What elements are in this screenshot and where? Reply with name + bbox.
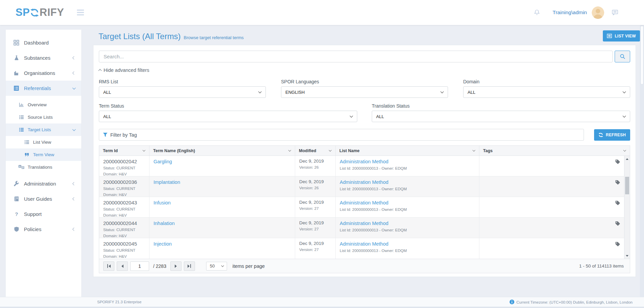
timezone-label: Current Timezone: (UTC+00:00) Dublin, Ed… <box>516 300 633 304</box>
spor-languages-select[interactable]: ENGLISH <box>281 86 448 98</box>
tags-cell <box>479 238 624 259</box>
term-status-select[interactable]: ALL <box>99 111 357 122</box>
app-logo[interactable]: SP RIFY <box>16 6 64 19</box>
column-menu-icon[interactable] <box>288 149 291 151</box>
sidebar-item-label: Overview <box>28 102 47 107</box>
column-menu-icon[interactable] <box>142 149 145 151</box>
term-name-link[interactable]: Infusion <box>153 200 171 205</box>
list-name-link[interactable]: Administration Method <box>340 159 388 164</box>
items-per-page-select[interactable]: 50 <box>206 262 227 271</box>
column-menu-icon[interactable] <box>329 149 331 151</box>
sidebar-item-label: Target Lists <box>28 127 51 132</box>
domain-select[interactable]: ALL <box>463 86 630 98</box>
column-menu-icon[interactable] <box>472 149 475 151</box>
sidebar-item-overview[interactable]: Overview <box>6 99 81 111</box>
tag-icon[interactable] <box>615 180 620 186</box>
table-row[interactable]: 200000002044Status: CURRENTDomain: H&VIn… <box>99 218 624 238</box>
page-title: Target Lists (All Terms) <box>99 32 181 41</box>
sidebar-item-translations[interactable]: ATranslations <box>6 161 81 173</box>
sidebar-item-source-lists[interactable]: Source Lists <box>6 111 81 123</box>
sidebar-item-dashboard[interactable]: Dashboard <box>6 35 81 50</box>
tag-icon[interactable] <box>615 200 620 207</box>
topbar: SP RIFY Training\ <box>0 0 644 25</box>
list-name-link[interactable]: Administration Method <box>340 179 388 185</box>
topbar-right: Training\admin <box>533 0 618 25</box>
search-input[interactable] <box>99 51 613 62</box>
screen: SP RIFY Training\ <box>0 0 644 308</box>
notifications-bell-icon[interactable] <box>533 9 540 16</box>
tag-filter-input[interactable]: Filter by Tag <box>99 129 584 141</box>
term-name-cell: Gargling <box>149 156 295 176</box>
sidebar-item-policies[interactable]: Policies <box>6 222 81 237</box>
tag-icon[interactable] <box>615 242 620 248</box>
grid-scrollbar-thumb[interactable] <box>625 177 629 194</box>
term-name-link[interactable]: Implantation <box>153 179 180 185</box>
refresh-button[interactable]: REFRESH <box>594 129 630 141</box>
sidebar-item-referentials[interactable]: Referentials <box>6 81 81 96</box>
column-menu-icon[interactable] <box>623 149 626 151</box>
sidebar-item-list-view[interactable]: List View <box>6 136 81 148</box>
page-number-input[interactable] <box>130 261 149 271</box>
hide-advanced-filters-toggle[interactable]: Hide advanced filters <box>99 67 149 74</box>
translate-icon: A <box>19 165 24 170</box>
table-row[interactable]: 200000002036Status: CURRENTDomain: H&VIm… <box>99 176 624 197</box>
search-button[interactable] <box>615 51 630 62</box>
column-header-tags[interactable]: Tags <box>479 146 630 156</box>
first-page-button[interactable] <box>103 261 114 271</box>
scroll-down-icon[interactable] <box>624 253 630 258</box>
tags-cell <box>479 197 624 217</box>
sidebar-item-label: Organisations <box>24 70 55 76</box>
table-row[interactable]: 200000002042Status: CURRENTDomain: H&VGa… <box>99 156 624 176</box>
list-name-link[interactable]: Administration Method <box>340 200 388 205</box>
tag-icon[interactable] <box>615 159 620 166</box>
table-row[interactable]: 200000002045Status: CURRENTDomain: H&VIn… <box>99 238 624 259</box>
flask-icon <box>13 55 20 61</box>
list-name-link[interactable]: Administration Method <box>340 221 388 226</box>
column-header-term-name-english-[interactable]: Term Name (English) <box>149 146 295 156</box>
column-header-modified[interactable]: Modified <box>295 146 336 156</box>
next-page-button[interactable] <box>170 261 181 271</box>
modified-cell: Dec 9, 2019Version: 27 <box>295 197 336 217</box>
feedback-chat-icon[interactable] <box>612 9 618 16</box>
sidebar-item-substances[interactable]: Substances <box>6 50 81 65</box>
rms-list-select[interactable]: ALL <box>99 86 266 98</box>
sidebar-item-administration[interactable]: Administration <box>6 176 81 191</box>
chevron-left-icon <box>73 57 75 59</box>
sidebar-item-label: Substances <box>24 55 50 61</box>
table-row[interactable]: 200000002043Status: CURRENTDomain: H&VIn… <box>99 197 624 218</box>
last-page-button[interactable] <box>184 261 195 271</box>
term-name-link[interactable]: Inhalation <box>153 221 175 226</box>
list-name-cell: Administration MethodList Id: 2000000000… <box>336 176 479 197</box>
scroll-up-icon[interactable] <box>624 156 630 162</box>
column-header-term-id[interactable]: Term Id <box>99 146 149 156</box>
user-menu[interactable]: Training\admin <box>553 9 587 16</box>
avatar[interactable] <box>592 6 604 19</box>
sidebar-item-target-lists[interactable]: Target Lists <box>6 123 81 136</box>
page-scrollbar[interactable] <box>640 25 644 308</box>
grid-rows: 200000002042Status: CURRENTDomain: H&VGa… <box>99 156 624 259</box>
list-view-button[interactable]: LIST VIEW <box>603 30 640 41</box>
translation-status-select[interactable]: ALL <box>372 111 630 122</box>
svg-text:A: A <box>19 165 21 168</box>
sidebar-nav: DashboardSubstancesOrganisationsReferent… <box>6 30 81 297</box>
page-head: Target Lists (All Terms) Browse target r… <box>99 32 244 41</box>
sidebar-item-support[interactable]: ?Support <box>6 206 81 222</box>
term-name-link[interactable]: Gargling <box>153 159 172 164</box>
menu-toggle-icon[interactable] <box>77 10 84 16</box>
grid-scrollbar[interactable] <box>624 156 630 259</box>
list-name-link[interactable]: Administration Method <box>340 241 388 247</box>
term-id-cell: 200000002044Status: CURRENTDomain: H&V <box>99 218 149 238</box>
app-version-label: SPORIFY 21.3 Enterprise <box>97 300 141 304</box>
page-scrollbar-thumb[interactable] <box>640 26 644 85</box>
term-name-link[interactable]: Injection <box>153 241 172 247</box>
dashboard-icon <box>13 40 20 46</box>
logo-text-sp: SP <box>16 6 30 19</box>
sidebar-item-user-guides[interactable]: User Guides <box>6 191 81 206</box>
sidebar-item-label: List View <box>33 140 51 145</box>
sidebar-item-organisations[interactable]: Organisations <box>6 65 81 81</box>
sidebar-item-term-view[interactable]: Term View <box>6 148 81 161</box>
prev-page-button[interactable] <box>117 261 128 271</box>
column-header-list-name[interactable]: List Name <box>336 146 479 156</box>
tag-icon[interactable] <box>615 221 620 227</box>
modified-cell: Dec 9, 2019Version: 27 <box>295 218 336 238</box>
